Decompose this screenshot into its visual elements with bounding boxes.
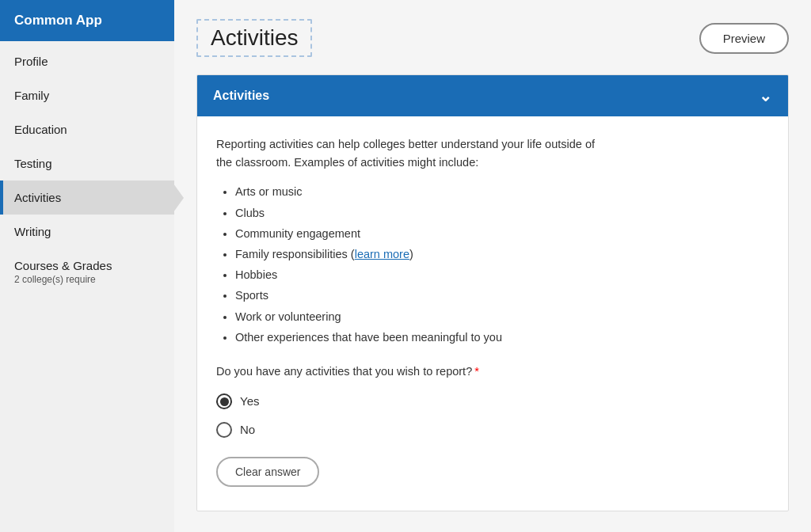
activity-list-item: Other experiences that have been meaning… [235,329,769,347]
activity-list: Arts or musicClubsCommunity engagementFa… [235,183,769,347]
page-title: Activities [211,25,298,51]
sidebar-item-education[interactable]: Education [0,112,174,146]
radio-no[interactable]: No [216,420,769,439]
radio-yes[interactable]: Yes [216,392,769,411]
radio-yes-circle [216,393,232,409]
radio-yes-inner [220,397,229,406]
chevron-down-icon: ⌄ [759,86,772,105]
sidebar-item-label-courses-grades: Courses & Grades [14,259,112,272]
page-header: Activities Preview [196,19,789,57]
sidebar-item-courses-grades[interactable]: Courses & Grades2 college(s) require [0,249,174,295]
clear-answer-button[interactable]: Clear answer [216,457,319,487]
sidebar-item-label-activities: Activities [14,191,61,204]
activity-list-item: Hobbies [235,266,769,284]
activity-list-item: Arts or music [235,183,769,201]
page-title-box: Activities [196,19,312,57]
sidebar-item-family[interactable]: Family [0,78,174,112]
sidebar: Common App ProfileFamilyEducationTesting… [0,0,174,532]
intro-line1: Reporting activities can help colleges b… [216,138,595,150]
sidebar-item-label-profile: Profile [14,55,48,68]
question-text: Do you have any activities that you wish… [216,365,472,378]
activity-list-item: Clubs [235,204,769,222]
sidebar-item-writing[interactable]: Writing [0,215,174,249]
section-header[interactable]: Activities ⌄ [197,75,788,116]
sidebar-item-label-education: Education [14,123,67,136]
radio-no-label: No [240,420,255,439]
sidebar-item-activities[interactable]: Activities [0,180,174,215]
sidebar-app-name: Common App [14,13,102,28]
intro-line2: the classroom. Examples of activities mi… [216,156,478,169]
activities-section-card: Activities ⌄ Reporting activities can he… [196,74,789,511]
activity-list-item: Sports [235,287,769,305]
activity-list-item: Family responsibilities (learn more) [235,245,769,264]
section-intro: Reporting activities can help colleges b… [216,135,769,172]
section-body: Reporting activities can help colleges b… [197,116,788,511]
sidebar-item-label-family: Family [14,89,49,102]
question-label: Do you have any activities that you wish… [216,363,769,381]
sidebar-item-label-writing: Writing [14,225,51,238]
preview-button[interactable]: Preview [699,23,789,54]
sidebar-header: Common App [0,0,174,41]
sidebar-item-label-testing: Testing [14,157,52,170]
radio-group: Yes No [216,392,769,439]
required-indicator: * [474,365,479,378]
sidebar-item-subtext-courses-grades: 2 college(s) require [14,274,112,285]
section-header-label: Activities [213,89,269,103]
main-content: Activities Preview Activities ⌄ Reportin… [174,0,811,532]
learn-more-link[interactable]: learn more [355,248,409,260]
radio-no-circle [216,422,232,438]
activity-list-item: Community engagement [235,225,769,243]
activity-list-item: Work or volunteering [235,308,769,326]
radio-yes-label: Yes [240,392,259,411]
sidebar-item-testing[interactable]: Testing [0,146,174,180]
sidebar-nav: ProfileFamilyEducationTestingActivitiesW… [0,44,174,295]
sidebar-item-profile[interactable]: Profile [0,44,174,78]
